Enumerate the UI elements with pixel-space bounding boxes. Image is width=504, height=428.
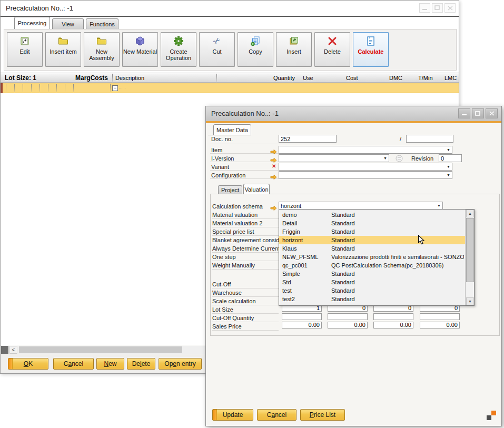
row-separator (210, 162, 279, 162)
revision-input[interactable]: 0 (439, 154, 462, 162)
tab-processing[interactable]: Processing (14, 17, 50, 29)
dropdown-item-desc: Standard (331, 245, 464, 252)
numeric-field-sales-price-0[interactable]: 0.00 (282, 322, 322, 329)
chevron-down-icon[interactable]: ▼ (447, 148, 450, 152)
button-new[interactable]: New (96, 358, 124, 370)
minimize-icon[interactable] (458, 108, 470, 118)
tab-master-data[interactable]: Master Data (213, 124, 251, 135)
maximize-icon[interactable] (432, 3, 443, 13)
doc-no-secondary-input[interactable] (406, 135, 453, 143)
dropdown-item-code: horizont (282, 237, 303, 243)
doc-no-input[interactable]: 252 (279, 135, 337, 143)
calculation-schema-combo[interactable]: horizont▼ (279, 202, 443, 210)
column-divider[interactable] (216, 74, 217, 82)
title-bar[interactable]: Precalculation No..: -1 (206, 106, 501, 121)
variant-clear-icon[interactable]: ✕ (272, 163, 276, 169)
button-label: Cancel (267, 411, 286, 419)
grid-column-header-t-min[interactable]: T/Min (418, 75, 433, 81)
toolbar-button-insert[interactable]: Insert (276, 32, 312, 67)
tab-functions[interactable]: Functions (86, 18, 118, 29)
scroll-up-icon[interactable]: ▲ (466, 210, 474, 217)
margcosts-header[interactable]: MargCosts (75, 74, 108, 82)
numeric-field-cut-off-quantity-2[interactable] (373, 313, 413, 320)
maximize-icon[interactable] (472, 108, 484, 118)
numeric-field-sales-price-1[interactable]: 0.00 (328, 322, 368, 329)
dropdown-item-std[interactable]: StdStandard (279, 278, 465, 286)
dropdown-item-demo[interactable]: demoStandard (279, 211, 465, 219)
toolbar-button-cut[interactable]: ✂Cut (199, 32, 235, 67)
doc-no-separator: / (400, 136, 401, 142)
dropdown-item-horizont[interactable]: horizontStandard (279, 236, 465, 244)
collapse-expander-icon[interactable]: − (112, 85, 118, 91)
gear-icon (161, 33, 196, 48)
grid-column-header-use[interactable]: Use (303, 75, 313, 81)
dropdown-item-friggin[interactable]: FrigginStandard (279, 227, 465, 236)
title-bar[interactable]: Precalculation No..: -1 (1, 1, 459, 16)
configuration-combo[interactable]: ▼ (279, 171, 452, 179)
button-cancel[interactable]: Cancel (257, 409, 297, 421)
toolbar-button-new-material[interactable]: New Material (122, 32, 158, 67)
chevron-down-icon[interactable]: ▼ (447, 165, 450, 168)
toolbar-button-copy[interactable]: Copy (238, 32, 273, 67)
scroll-left-icon[interactable]: < (9, 346, 17, 354)
tab-valuation[interactable]: Valuation (243, 184, 270, 194)
dropdown-item-detail[interactable]: DetailStandard (279, 219, 465, 227)
toolbar-button-calculate[interactable]: fCalculate (353, 32, 389, 67)
dropdown-item-test[interactable]: testStandard (279, 286, 465, 295)
item-label: Item (211, 147, 222, 153)
numeric-field-cut-off-quantity-3[interactable] (420, 313, 460, 320)
calculation-schema-label: Calculation schema (212, 203, 263, 210)
grid-column-header-description[interactable]: Description (115, 75, 144, 81)
button-delete[interactable]: Delete (127, 358, 155, 370)
scrollbar-thumb[interactable] (19, 346, 182, 353)
footer-buttons: UpdateCancelPrice List (206, 409, 501, 422)
toolbar-button-new-assembly[interactable]: New Assembly (84, 32, 120, 67)
dropdown-item-test2[interactable]: test2Standard (279, 295, 465, 303)
toolbar-button-label: Create Operation (161, 48, 196, 61)
minimize-icon[interactable] (419, 3, 430, 13)
toolbar-button-edit[interactable]: Edit (7, 32, 43, 67)
grid-cell-divider (23, 84, 23, 92)
button-price-list[interactable]: Price List (300, 409, 345, 421)
grid-cell-divider (48, 84, 48, 92)
tab-view[interactable]: View (52, 18, 84, 29)
chevron-down-icon[interactable]: ▼ (383, 156, 387, 160)
link-arrow-icon[interactable] (270, 173, 277, 182)
toolbar-button-create-operation[interactable]: Create Operation (161, 32, 196, 67)
tab-project[interactable]: Project (218, 185, 242, 194)
dropdown-item-qc-pc001[interactable]: qc_pc001QC PostCalculation Schema(pc_201… (279, 261, 465, 270)
dropdown-item-simple[interactable]: SimpleStandard (279, 270, 465, 278)
button-cancel[interactable]: Cancel (53, 358, 94, 370)
scissors-icon: ✂ (200, 33, 234, 48)
variant-combo[interactable]: ▼ (279, 163, 452, 171)
form-mode-icon[interactable] (487, 411, 497, 421)
grid-cell-divider (110, 84, 111, 92)
dropdown-item-klaus[interactable]: KlausStandard (279, 244, 465, 253)
toolbar-button-delete[interactable]: Delete (314, 32, 350, 67)
close-icon[interactable] (444, 3, 456, 13)
scrollbar-thumb[interactable] (466, 218, 474, 282)
numeric-field-sales-price-2[interactable]: 0.00 (373, 322, 413, 329)
button-update[interactable]: Update (212, 409, 253, 421)
scroll-down-icon[interactable]: ▼ (466, 297, 474, 305)
dropdown-item-new-pfsml[interactable]: NEW_PFSMLValorizzazione prodotti finiti … (279, 253, 465, 261)
close-icon[interactable] (486, 108, 498, 118)
grid-selected-row[interactable]: − (1, 83, 459, 93)
numeric-field-sales-price-3[interactable]: 0.00 (420, 322, 460, 329)
grid-column-header-lmc[interactable]: LMC (444, 75, 457, 81)
numeric-field-cut-off-quantity-0[interactable] (282, 313, 322, 320)
column-divider[interactable] (112, 74, 113, 82)
toolbar-button-insert-item[interactable]: Insert item (45, 32, 81, 67)
grid-column-header-cost[interactable]: Cost (346, 75, 358, 81)
i-version-combo[interactable]: ▼ (279, 154, 389, 162)
accent-bar (206, 121, 501, 123)
item-combo[interactable]: ▼ (279, 146, 452, 154)
numeric-field-cut-off-quantity-1[interactable] (328, 313, 368, 320)
button-ok[interactable]: OK (8, 358, 48, 370)
grid-column-header-dmc[interactable]: DMC (389, 75, 402, 81)
button-open-entry[interactable]: Open entry (159, 358, 202, 370)
variant-label: Variant (211, 164, 229, 170)
chevron-down-icon[interactable]: ▼ (447, 173, 450, 177)
chevron-down-icon[interactable]: ▼ (437, 204, 441, 207)
grid-column-header-quantity[interactable]: Quantity (273, 75, 295, 81)
